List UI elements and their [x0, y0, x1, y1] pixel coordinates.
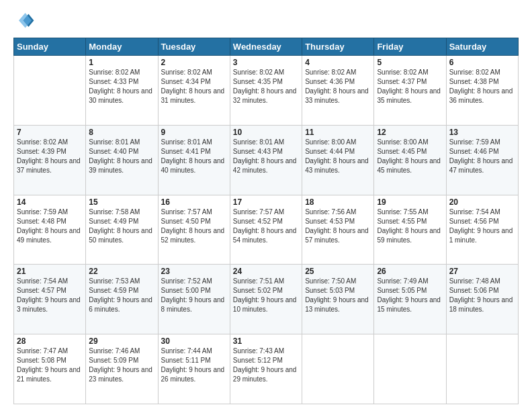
day-of-week-header: Wednesday [230, 38, 302, 56]
day-info: Sunrise: 8:02 AM Sunset: 4:38 PM Dayligh… [449, 68, 515, 105]
day-number: 10 [233, 128, 299, 137]
sunset-text: Sunset: 5:02 PM [233, 287, 283, 294]
sunset-text: Sunset: 5:05 PM [377, 287, 427, 294]
daylight-text: Daylight: 8 hours and 57 minutes. [305, 227, 369, 244]
calendar-cell: 21 Sunrise: 7:54 AM Sunset: 4:57 PM Dayl… [14, 265, 86, 334]
sunrise-text: Sunrise: 8:02 AM [161, 68, 212, 76]
sunset-text: Sunset: 4:52 PM [233, 218, 283, 225]
day-number: 8 [89, 128, 154, 137]
logo-icon [13, 11, 35, 32]
daylight-text: Daylight: 9 hours and 8 minutes. [161, 296, 225, 313]
calendar-week-row: 1 Sunrise: 8:02 AM Sunset: 4:33 PM Dayli… [14, 56, 519, 126]
header [13, 11, 519, 32]
day-info: Sunrise: 8:02 AM Sunset: 4:36 PM Dayligh… [305, 68, 371, 105]
day-info: Sunrise: 7:59 AM Sunset: 4:46 PM Dayligh… [449, 138, 515, 175]
day-number: 28 [17, 336, 83, 346]
day-info: Sunrise: 8:01 AM Sunset: 4:40 PM Dayligh… [89, 138, 154, 175]
sunrise-text: Sunrise: 7:46 AM [89, 347, 140, 355]
calendar-cell: 2 Sunrise: 8:02 AM Sunset: 4:34 PM Dayli… [158, 56, 230, 126]
day-of-week-header: Tuesday [158, 38, 230, 56]
day-info: Sunrise: 7:46 AM Sunset: 5:09 PM Dayligh… [89, 347, 154, 384]
sunrise-text: Sunrise: 7:54 AM [449, 208, 500, 216]
day-info: Sunrise: 7:59 AM Sunset: 4:48 PM Dayligh… [17, 208, 83, 245]
daylight-text: Daylight: 9 hours and 10 minutes. [233, 296, 297, 313]
daylight-text: Daylight: 9 hours and 15 minutes. [377, 296, 441, 313]
sunrise-text: Sunrise: 8:02 AM [377, 68, 428, 76]
sunset-text: Sunset: 4:37 PM [377, 78, 427, 85]
calendar-cell: 27 Sunrise: 7:48 AM Sunset: 5:06 PM Dayl… [446, 265, 518, 334]
day-info: Sunrise: 7:50 AM Sunset: 5:03 PM Dayligh… [305, 277, 371, 314]
sunrise-text: Sunrise: 7:57 AM [161, 208, 212, 216]
day-info: Sunrise: 7:53 AM Sunset: 4:59 PM Dayligh… [89, 277, 154, 314]
daylight-text: Daylight: 8 hours and 47 minutes. [449, 157, 513, 174]
sunset-text: Sunset: 5:03 PM [305, 287, 355, 294]
daylight-text: Daylight: 8 hours and 52 minutes. [161, 227, 225, 244]
sunset-text: Sunset: 4:39 PM [17, 148, 66, 155]
calendar-cell: 6 Sunrise: 8:02 AM Sunset: 4:38 PM Dayli… [446, 56, 518, 126]
daylight-text: Daylight: 8 hours and 59 minutes. [377, 227, 441, 244]
day-info: Sunrise: 7:54 AM Sunset: 4:56 PM Dayligh… [449, 208, 515, 245]
sunset-text: Sunset: 4:53 PM [305, 218, 355, 225]
sunset-text: Sunset: 4:35 PM [233, 78, 283, 85]
calendar-cell: 23 Sunrise: 7:52 AM Sunset: 5:00 PM Dayl… [158, 265, 230, 334]
day-number: 24 [233, 267, 299, 276]
daylight-text: Daylight: 9 hours and 6 minutes. [89, 296, 152, 313]
sunrise-text: Sunrise: 7:59 AM [17, 208, 68, 216]
sunset-text: Sunset: 5:09 PM [89, 357, 138, 364]
daylight-text: Daylight: 9 hours and 18 minutes. [449, 296, 513, 313]
sunset-text: Sunset: 5:11 PM [161, 357, 211, 364]
sunset-text: Sunset: 4:36 PM [305, 78, 355, 85]
sunrise-text: Sunrise: 7:48 AM [449, 277, 500, 285]
daylight-text: Daylight: 9 hours and 1 minute. [449, 227, 513, 244]
sunset-text: Sunset: 4:43 PM [233, 148, 283, 155]
day-number: 9 [161, 128, 227, 137]
day-info: Sunrise: 7:48 AM Sunset: 5:06 PM Dayligh… [449, 277, 515, 314]
day-number: 4 [305, 58, 371, 67]
day-of-week-header: Saturday [446, 38, 518, 56]
day-number: 3 [233, 58, 299, 67]
day-info: Sunrise: 7:43 AM Sunset: 5:12 PM Dayligh… [233, 347, 299, 384]
calendar-cell: 18 Sunrise: 7:56 AM Sunset: 4:53 PM Dayl… [302, 195, 374, 265]
calendar-cell: 31 Sunrise: 7:43 AM Sunset: 5:12 PM Dayl… [230, 334, 302, 404]
sunrise-text: Sunrise: 7:43 AM [233, 347, 284, 355]
daylight-text: Daylight: 9 hours and 13 minutes. [305, 296, 369, 313]
day-info: Sunrise: 8:00 AM Sunset: 4:45 PM Dayligh… [377, 138, 443, 175]
day-of-week-header: Friday [374, 38, 446, 56]
sunset-text: Sunset: 4:44 PM [305, 148, 355, 155]
sunset-text: Sunset: 4:59 PM [89, 287, 138, 294]
day-info: Sunrise: 8:02 AM Sunset: 4:37 PM Dayligh… [377, 68, 443, 105]
sunset-text: Sunset: 4:38 PM [449, 78, 499, 85]
daylight-text: Daylight: 8 hours and 43 minutes. [305, 157, 369, 174]
calendar-cell: 25 Sunrise: 7:50 AM Sunset: 5:03 PM Dayl… [302, 265, 374, 334]
calendar-cell: 10 Sunrise: 8:01 AM Sunset: 4:43 PM Dayl… [230, 125, 302, 195]
day-info: Sunrise: 8:01 AM Sunset: 4:43 PM Dayligh… [233, 138, 299, 175]
day-number: 29 [89, 336, 154, 346]
calendar-table: SundayMondayTuesdayWednesdayThursdayFrid… [13, 38, 519, 404]
calendar-cell: 12 Sunrise: 8:00 AM Sunset: 4:45 PM Dayl… [374, 125, 446, 195]
daylight-text: Daylight: 8 hours and 50 minutes. [89, 227, 152, 244]
day-number: 22 [89, 267, 154, 276]
sunrise-text: Sunrise: 8:00 AM [305, 138, 356, 146]
sunset-text: Sunset: 4:50 PM [161, 218, 211, 225]
calendar-cell: 9 Sunrise: 8:01 AM Sunset: 4:41 PM Dayli… [158, 125, 230, 195]
calendar-cell: 15 Sunrise: 7:58 AM Sunset: 4:49 PM Dayl… [86, 195, 158, 265]
sunrise-text: Sunrise: 7:59 AM [449, 138, 500, 146]
day-number: 11 [305, 128, 371, 137]
calendar-week-row: 7 Sunrise: 8:02 AM Sunset: 4:39 PM Dayli… [14, 125, 519, 195]
sunset-text: Sunset: 4:34 PM [161, 78, 211, 85]
calendar-cell: 24 Sunrise: 7:51 AM Sunset: 5:02 PM Dayl… [230, 265, 302, 334]
day-info: Sunrise: 7:47 AM Sunset: 5:08 PM Dayligh… [17, 347, 83, 384]
day-number: 16 [161, 197, 227, 207]
daylight-text: Daylight: 8 hours and 36 minutes. [449, 87, 513, 104]
sunrise-text: Sunrise: 8:01 AM [89, 138, 140, 146]
day-number: 2 [161, 58, 227, 67]
sunrise-text: Sunrise: 7:58 AM [89, 208, 140, 216]
sunset-text: Sunset: 4:57 PM [17, 287, 66, 294]
sunrise-text: Sunrise: 8:00 AM [377, 138, 428, 146]
calendar-cell: 8 Sunrise: 8:01 AM Sunset: 4:40 PM Dayli… [86, 125, 158, 195]
sunrise-text: Sunrise: 7:47 AM [17, 347, 68, 355]
daylight-text: Daylight: 8 hours and 37 minutes. [17, 157, 81, 174]
daylight-text: Daylight: 8 hours and 40 minutes. [161, 157, 225, 174]
sunrise-text: Sunrise: 8:02 AM [233, 68, 284, 76]
calendar-cell: 28 Sunrise: 7:47 AM Sunset: 5:08 PM Dayl… [14, 334, 86, 404]
